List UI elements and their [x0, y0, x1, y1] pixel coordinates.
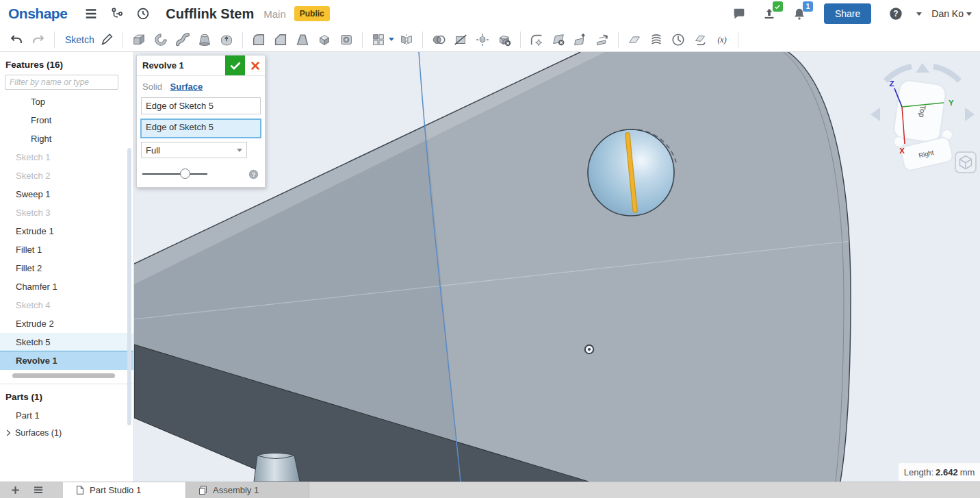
z-axis-label: Z — [889, 79, 894, 88]
close-icon — [249, 60, 261, 72]
shell-icon[interactable] — [315, 31, 333, 49]
move-face-icon[interactable] — [571, 31, 589, 49]
revolve-icon[interactable] — [152, 31, 170, 49]
vertical-scrollbar[interactable] — [127, 148, 131, 425]
rotate-right-arrow[interactable] — [965, 108, 975, 121]
tab-assembly-1[interactable]: Assembly 1 — [186, 482, 309, 498]
comment-icon[interactable] — [730, 4, 749, 23]
tab-tools — [0, 482, 63, 498]
revolve-surface-icon[interactable] — [669, 31, 687, 49]
versions-icon[interactable] — [108, 5, 126, 23]
notifications-bell-icon[interactable]: 1 — [790, 4, 809, 23]
extrude-surface-icon[interactable] — [691, 31, 709, 49]
check-icon — [229, 59, 242, 73]
feature-item-sketch-5[interactable]: Sketch 5 — [0, 333, 133, 351]
workspace-name[interactable]: Main — [263, 8, 286, 20]
dialog-help-icon[interactable]: ? — [248, 169, 259, 180]
feature-item-right[interactable]: Right — [0, 129, 133, 148]
upload-status-icon[interactable] — [760, 4, 779, 23]
redo-icon[interactable] — [29, 31, 47, 49]
cancel-button[interactable] — [245, 55, 265, 75]
extrude-icon[interactable] — [130, 31, 148, 49]
variables-icon[interactable]: (x) — [713, 31, 731, 49]
feature-item-sketch-3[interactable]: Sketch 3 — [0, 203, 133, 222]
tab-list-icon[interactable] — [32, 484, 44, 497]
sketch-point-marker[interactable] — [585, 345, 593, 353]
solid-option[interactable]: Solid — [142, 82, 162, 92]
offset-surface-icon[interactable] — [626, 31, 643, 49]
help-caret-icon[interactable] — [916, 12, 922, 16]
modify-fillet-icon[interactable] — [528, 31, 545, 49]
slider-handle[interactable] — [180, 169, 190, 179]
assembly-icon — [197, 484, 209, 496]
sketch-pencil-icon[interactable] — [98, 31, 116, 49]
linear-pattern-icon[interactable] — [370, 31, 387, 49]
add-tab-icon[interactable] — [10, 484, 21, 496]
delete-face-icon[interactable] — [550, 31, 567, 49]
tab-label: Part Studio 1 — [90, 485, 141, 495]
onshape-logo[interactable]: Onshape — [8, 5, 67, 22]
replace-face-icon[interactable] — [593, 31, 611, 49]
fillet-icon[interactable] — [250, 31, 268, 49]
hole-icon[interactable] — [337, 31, 355, 49]
sketch-button[interactable]: Sketch — [65, 34, 94, 45]
feature-item-sketch-2[interactable]: Sketch 2 — [0, 166, 133, 185]
roll-left-arrow[interactable] — [886, 66, 912, 81]
stem-post[interactable] — [254, 453, 300, 482]
feature-item-chamfer-1[interactable]: Chamfer 1 — [0, 277, 133, 296]
surfaces-group[interactable]: Surfaces (1) — [0, 425, 133, 441]
chamfer-icon[interactable] — [272, 31, 289, 49]
feature-item-fillet-2[interactable]: Fillet 2 — [0, 259, 133, 277]
surface-option[interactable]: Surface — [170, 82, 203, 92]
faces-selection-field[interactable]: Edge of Sketch 5 — [141, 97, 261, 114]
rotate-left-arrow[interactable] — [871, 108, 880, 121]
roll-right-arrow[interactable] — [933, 66, 959, 81]
svg-text:?: ? — [252, 171, 256, 177]
length-value: 2.642 — [936, 467, 958, 477]
user-caret-icon — [966, 12, 972, 16]
hamburger-icon[interactable] — [82, 5, 100, 23]
share-button[interactable]: Share — [824, 3, 871, 24]
part-item[interactable]: Part 1 — [0, 407, 133, 425]
boolean-icon[interactable] — [430, 31, 448, 49]
onshape-app: Onshape Cufflink Stem Main Public — [0, 0, 980, 498]
user-menu[interactable]: Dan Ko — [931, 8, 972, 19]
feature-item-revolve-1[interactable]: Revolve 1 — [0, 351, 133, 370]
helix-icon[interactable] — [647, 31, 665, 49]
isometric-view-button[interactable] — [955, 152, 976, 173]
sweep-icon[interactable] — [174, 31, 192, 49]
svg-text:?: ? — [894, 9, 899, 18]
feature-item-extrude-1[interactable]: Extrude 1 — [0, 222, 133, 240]
linear-pattern-caret-icon[interactable] — [389, 38, 394, 41]
view-cube-top-label[interactable]: Top — [918, 105, 927, 118]
feature-filter-input[interactable] — [5, 75, 118, 90]
slider-track[interactable] — [142, 173, 207, 175]
help-icon[interactable]: ? — [886, 4, 905, 23]
features-header: Features (16) — [0, 52, 133, 75]
feature-item-sweep-1[interactable]: Sweep 1 — [0, 185, 133, 203]
transform-icon[interactable] — [474, 31, 491, 49]
undo-icon[interactable] — [8, 31, 25, 49]
rotate-up-arrow[interactable] — [916, 63, 929, 73]
feature-item-fillet-1[interactable]: Fillet 1 — [0, 240, 133, 259]
axis-selection-field[interactable]: Edge of Sketch 5 — [140, 119, 261, 138]
revolve-type-dropdown[interactable]: Full — [141, 142, 247, 158]
history-icon[interactable] — [134, 5, 152, 23]
tab-part-studio-1[interactable]: Part Studio 1 — [63, 482, 186, 498]
loft-icon[interactable] — [196, 31, 214, 49]
feature-item-front[interactable]: Front — [0, 111, 133, 129]
feature-item-sketch-4[interactable]: Sketch 4 — [0, 296, 133, 314]
draft-icon[interactable] — [294, 31, 311, 49]
accept-button[interactable] — [225, 55, 245, 75]
horizontal-scrollbar[interactable] — [12, 373, 115, 378]
split-icon[interactable] — [452, 31, 469, 49]
mirror-icon[interactable] — [398, 31, 415, 49]
top-header: Onshape Cufflink Stem Main Public — [0, 0, 980, 27]
thicken-icon[interactable] — [218, 31, 235, 49]
feature-item-top[interactable]: Top — [0, 92, 133, 111]
feature-item-extrude-2[interactable]: Extrude 2 — [0, 314, 133, 333]
revolve-dialog: Revolve 1 Solid Surface Edge of Sketch 5… — [136, 55, 266, 188]
delete-part-icon[interactable] — [495, 31, 513, 49]
feature-item-sketch-1[interactable]: Sketch 1 — [0, 148, 133, 166]
toolbar-divider — [122, 32, 123, 48]
